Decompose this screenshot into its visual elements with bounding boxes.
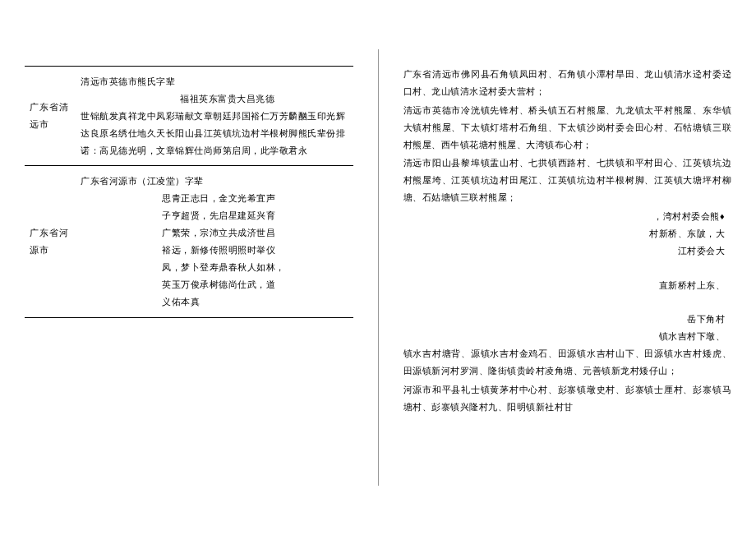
paragraph: 镇水吉村塘背、源镇水吉村金鸡石、田源镇水吉村山下、田源镇水吉村矮虎、田源镇新河村… — [403, 345, 732, 380]
row-body-block: 思青正志日，金文光希宜声 子亨超贤，先启星建延兴育 广繁荣，宗沛立共成济世昌 裕… — [81, 190, 348, 310]
region-content: 广东省河源市（江凌堂）字辈 思青正志日，金文光希宜声 子亨超贤，先启星建延兴育 … — [76, 166, 353, 317]
right-page: 广东省清远市佛冈县石角镇凤田村、石角镇小潭村旱田、龙山镇清水迳村委迳口村、龙山镇… — [379, 16, 757, 519]
paragraph: 广东省清远市佛冈县石角镇凤田村、石角镇小潭村旱田、龙山镇清水迳村委迳口村、龙山镇… — [403, 66, 732, 100]
table-row: 广东省河源市 广东省河源市（江凌堂）字辈 思青正志日，金文光希宜声 子亨超贤，先… — [25, 166, 353, 317]
table-row: 广东省清远市 清远市英德市熊氏字辈 福祖英东富贵大昌兆德 世锦航发真祥龙中凤彩瑞… — [25, 67, 353, 166]
right-aligned-fragment: ，湾村村委会熊♦ 村新桥、东陂，大 江村委会大 — [403, 208, 732, 260]
right-aligned-fragment: 岳下角村 — [403, 311, 732, 328]
row-subtitle: 福祖英东富贵大昌兆德 — [81, 90, 348, 108]
left-page: 广东省清远市 清远市英德市熊氏字辈 福祖英东富贵大昌兆德 世锦航发真祥龙中凤彩瑞… — [0, 16, 378, 519]
paragraph: 清远市英德市冷洸镇先锋村、桥头镇五石村熊屋、九龙镇太平村熊屋、东华镇大镇村熊屋、… — [403, 102, 732, 154]
right-text-block: 广东省清远市佛冈县石角镇凤田村、石角镇小潭村旱田、龙山镇清水迳村委迳口村、龙山镇… — [403, 16, 732, 416]
genealogy-table: 广东省清远市 清远市英德市熊氏字辈 福祖英东富贵大昌兆德 世锦航发真祥龙中凤彩瑞… — [25, 66, 353, 318]
paragraph: 清远市阳山县黎埠镇盂山村、七拱镇西路村、七拱镇和平村田心、江英镇坑边村熊屋垮、江… — [403, 155, 732, 206]
paragraph: 河源市和平县礼士镇黄茅村中心村、彭寨镇墩史村、彭寨镇士厘村、彭寨镇马塘村、彭寨镇… — [403, 381, 732, 416]
region-label: 广东省清远市 — [25, 67, 76, 166]
right-aligned-fragment: 直新桥村上东、 — [403, 277, 732, 294]
right-aligned-fragment: 镇水吉村下墩、 — [403, 328, 732, 345]
row-title: 广东省河源市（江凌堂）字辈 — [81, 176, 204, 186]
row-body: 世锦航发真祥龙中凤彩瑞献文章朝廷邦国裕仁万芳麟酗玉印光辉达良原名绣仕地久天长阳山… — [81, 111, 345, 155]
row-title: 清远市英德市熊氏字辈 — [81, 76, 175, 86]
region-content: 清远市英德市熊氏字辈 福祖英东富贵大昌兆德 世锦航发真祥龙中凤彩瑞献文章朝廷邦国… — [76, 67, 353, 166]
region-label: 广东省河源市 — [25, 166, 76, 317]
